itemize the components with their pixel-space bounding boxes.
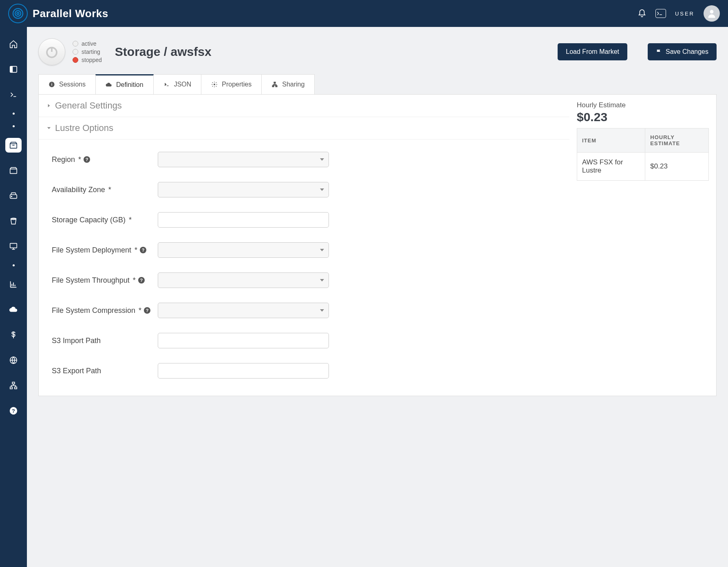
section-general-settings[interactable]: General Settings	[39, 95, 569, 117]
row-capacity: Storage Capacity (GB)*	[52, 205, 562, 235]
sidebar-separator	[13, 113, 15, 115]
svg-rect-31	[274, 82, 276, 83]
prompt-icon	[163, 81, 170, 88]
capacity-input[interactable]	[158, 212, 329, 228]
label-region: Region* ?	[52, 155, 158, 164]
info-icon: i	[49, 81, 55, 88]
sidebar-chart[interactable]	[5, 277, 22, 292]
logo-icon	[8, 4, 28, 23]
throughput-select[interactable]	[158, 272, 329, 288]
svg-point-0	[13, 9, 23, 18]
estimate-panel: Hourly Estimate $0.23 ITEM HOURLY ESTIMA…	[569, 95, 716, 396]
s3-import-input[interactable]	[158, 333, 329, 348]
svg-rect-6	[10, 66, 13, 73]
col-item: ITEM	[577, 128, 645, 153]
sidebar-monitor[interactable]	[5, 239, 22, 254]
sidebar-help[interactable]: ?	[5, 403, 22, 418]
row-s3-import: S3 Import Path	[52, 326, 562, 356]
sidebar-billing[interactable]	[5, 328, 22, 342]
chevron-right-icon	[46, 103, 52, 109]
cloud-icon	[106, 82, 112, 88]
sidebar-terminal[interactable]	[5, 87, 22, 102]
estimate-label: Hourly Estimate	[577, 101, 709, 109]
row-s3-export: S3 Export Path	[52, 356, 562, 386]
sidebar-inbox[interactable]	[5, 163, 22, 178]
sidebar-panel[interactable]	[5, 62, 22, 77]
brand-text: Parallel Works	[33, 7, 108, 20]
sidebar-disk[interactable]	[5, 188, 22, 203]
s3-export-input[interactable]	[158, 363, 329, 379]
sidebar-bucket[interactable]	[5, 214, 22, 228]
row-throughput: File System Throughput* ?	[52, 265, 562, 295]
row-az: Availability Zone*	[52, 175, 562, 205]
svg-point-30	[214, 84, 215, 85]
help-icon[interactable]: ?	[140, 247, 146, 253]
tab-json[interactable]: JSON	[153, 74, 202, 94]
sidebar-home[interactable]	[5, 37, 22, 51]
section-lustre-options[interactable]: Lustre Options	[39, 117, 569, 140]
sidebar-separator	[13, 125, 15, 127]
help-icon[interactable]: ?	[144, 307, 150, 314]
sidebar: ?	[0, 27, 27, 567]
tab-sharing[interactable]: Sharing	[261, 74, 315, 94]
status-stopped: stopped	[73, 57, 102, 63]
sidebar-globe[interactable]	[5, 353, 22, 368]
topbar-right: USER	[638, 5, 720, 22]
svg-rect-22	[15, 387, 17, 389]
topbar: Parallel Works USER	[0, 0, 728, 27]
status-active: active	[73, 40, 102, 47]
label-deployment: File System Deployment* ?	[52, 246, 158, 255]
row-compression: File System Compression* ?	[52, 295, 562, 326]
bell-icon[interactable]	[638, 9, 646, 18]
row-region: Region* ?	[52, 144, 562, 175]
row-deployment: File System Deployment* ?	[52, 235, 562, 265]
label-s3-export: S3 Export Path	[52, 367, 158, 375]
svg-rect-20	[12, 382, 15, 384]
label-s3-import: S3 Import Path	[52, 337, 158, 345]
main-content: active starting stopped Storage / awsfsx…	[27, 27, 728, 567]
region-select[interactable]	[158, 152, 329, 167]
user-label[interactable]: USER	[675, 11, 695, 17]
label-throughput: File System Throughput* ?	[52, 276, 158, 285]
terminal-icon[interactable]	[655, 9, 666, 18]
sidebar-network[interactable]	[5, 378, 22, 393]
form-area: General Settings Lustre Options Region* …	[39, 95, 569, 396]
tabs: i Sessions Definition JSON Properties Sh…	[38, 74, 717, 94]
estimate-value: $0.23	[577, 110, 709, 124]
logo[interactable]: Parallel Works	[8, 4, 108, 23]
sidebar-cloud[interactable]	[5, 302, 22, 317]
sidebar-separator	[13, 264, 15, 266]
tab-properties[interactable]: Properties	[201, 74, 262, 94]
svg-rect-11	[10, 244, 17, 248]
label-capacity: Storage Capacity (GB)*	[52, 216, 158, 224]
svg-rect-33	[276, 86, 277, 87]
svg-point-9	[11, 196, 12, 197]
tab-sessions[interactable]: i Sessions	[38, 74, 96, 94]
chevron-down-icon	[46, 125, 52, 131]
estimate-table: ITEM HOURLY ESTIMATE AWS FSX for Lustre …	[577, 128, 709, 181]
table-row: AWS FSX for Lustre $0.23	[577, 153, 709, 181]
tab-definition[interactable]: Definition	[95, 74, 154, 94]
help-icon[interactable]: ?	[138, 277, 145, 284]
sidebar-storage-active[interactable]	[5, 138, 22, 153]
save-changes-button[interactable]: Save Changes	[648, 43, 717, 60]
power-button[interactable]	[38, 38, 65, 65]
page-title: Storage / awsfsx	[115, 45, 212, 59]
svg-point-2	[17, 13, 19, 15]
az-select[interactable]	[158, 182, 329, 197]
deployment-select[interactable]	[158, 242, 329, 258]
help-icon[interactable]: ?	[84, 156, 90, 163]
avatar[interactable]	[704, 5, 720, 22]
flag-icon	[656, 49, 662, 55]
compression-select[interactable]	[158, 303, 329, 318]
svg-text:i: i	[51, 82, 53, 86]
load-from-market-button[interactable]: Load From Market	[558, 43, 627, 60]
svg-text:?: ?	[12, 408, 15, 414]
svg-rect-21	[10, 387, 13, 389]
label-az: Availability Zone*	[52, 186, 158, 194]
status-starting: starting	[73, 49, 102, 55]
label-compression: File System Compression* ?	[52, 306, 158, 315]
page-header: active starting stopped Storage / awsfsx…	[38, 38, 717, 65]
svg-point-4	[710, 10, 714, 13]
svg-rect-32	[272, 86, 274, 87]
